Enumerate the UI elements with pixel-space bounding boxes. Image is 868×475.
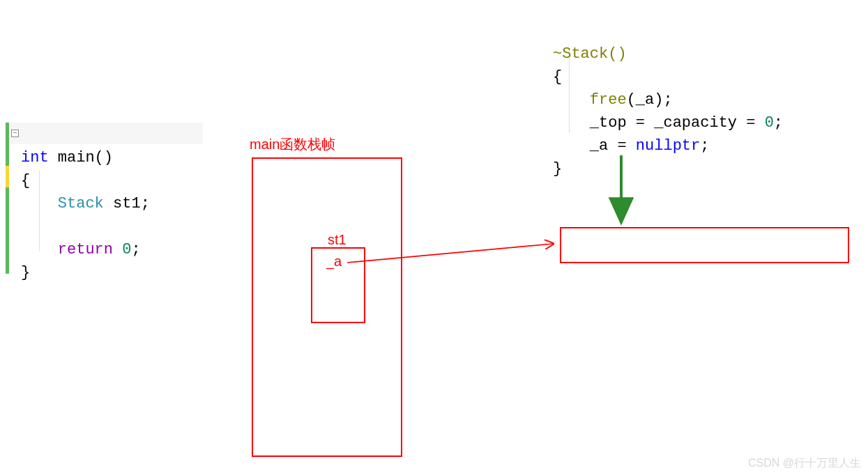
gutter-mark-green-2: [6, 187, 9, 274]
fn-main: main(): [49, 149, 113, 166]
heap-memory-box: [560, 227, 849, 263]
gutter-mark-yellow: [6, 166, 9, 187]
brace-close-right: }: [553, 160, 562, 178]
fold-toggle[interactable]: −: [11, 130, 19, 137]
var-st1: st1;: [104, 195, 150, 212]
main-frame-label: main函数栈帧: [250, 135, 335, 154]
assign-a: _a =: [590, 137, 636, 155]
destructor-code: ~Stack() { free(_a); _top = _capacity = …: [553, 20, 783, 180]
brace-open-right: {: [553, 68, 562, 86]
fn-free: free: [590, 91, 627, 109]
free-arg: (_a);: [627, 91, 673, 109]
assign-top-cap: _top = _capacity =: [590, 114, 765, 132]
kw-return: return: [58, 241, 113, 258]
st1-label: st1: [328, 232, 347, 248]
watermark: CSDN @行十万里人生: [748, 456, 861, 471]
destructor-name: ~Stack(): [553, 45, 627, 63]
brace-open-left: {: [21, 172, 30, 189]
brace-close-left: }: [21, 264, 30, 281]
gutter-mark-green-1: [6, 123, 9, 166]
kw-nullptr: nullptr: [636, 137, 700, 155]
heap-var-label: _a: [326, 254, 342, 270]
kw-int: int: [21, 149, 49, 166]
num-zero-right: 0: [765, 114, 774, 132]
num-zero-left: 0: [113, 241, 131, 258]
type-stack: Stack: [58, 195, 104, 212]
main-code: int main() { Stack st1; return 0; }: [21, 123, 150, 284]
